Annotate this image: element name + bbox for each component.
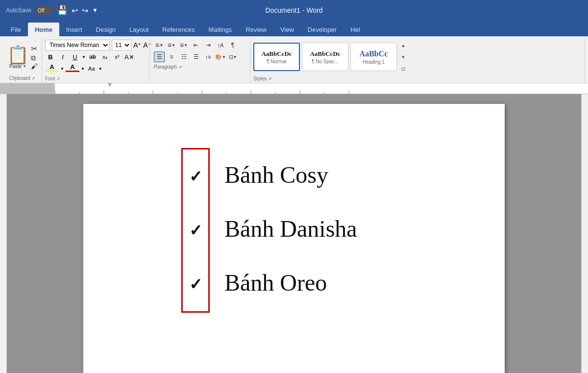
- numbering-button[interactable]: ≡▼: [166, 40, 177, 50]
- strikethrough-button[interactable]: ab: [87, 51, 98, 62]
- increase-indent-button[interactable]: ⇥: [203, 40, 214, 50]
- document-title: Document1 - Word: [265, 6, 322, 14]
- aa-button[interactable]: Aa: [86, 63, 97, 74]
- tab-home[interactable]: Home: [28, 23, 59, 36]
- ruler: [0, 83, 588, 94]
- title-bar: AutoSave Off 💾 ↩ ↪ ▼ Document1 - Word: [0, 0, 588, 21]
- clipboard-group: 📋 Paste▼ ✂ ⧉ 🖌 Clipboard ↗: [3, 38, 42, 83]
- style-nospace[interactable]: AaBbCcDc ¶ No Spac...: [302, 43, 348, 71]
- italic-button[interactable]: I: [57, 51, 68, 62]
- bullets-button[interactable]: ≡▼: [154, 40, 165, 50]
- para-row2: ☰ ≡ ☷ ☰ ↕≡ 🎨▼ ⊡▼: [154, 51, 246, 62]
- checkbox-cell-1[interactable]: ✓: [183, 149, 208, 203]
- item-text-3: Bánh Oreo: [217, 271, 327, 295]
- show-marks-button[interactable]: ¶: [227, 40, 238, 50]
- ruler-main: [55, 83, 588, 94]
- font-expand-icon[interactable]: ↗: [56, 76, 60, 81]
- tab-layout[interactable]: Layout: [122, 23, 155, 36]
- item-text-2: Bánh Danisha: [217, 217, 357, 241]
- autosave-toggle[interactable]: Off: [35, 6, 53, 15]
- styles-items: AaBbCcDc ¶ Normal AaBbCcDc ¶ No Spac... …: [253, 40, 582, 74]
- copy-button[interactable]: ⧉: [31, 54, 38, 61]
- title-bar-left: AutoSave Off 💾 ↩ ↪ ▼: [6, 5, 98, 16]
- checkbox-cell-3[interactable]: ✓: [183, 257, 208, 311]
- tab-file[interactable]: File: [4, 23, 28, 36]
- bold-button[interactable]: B: [45, 51, 56, 62]
- fontcolor-dropdown[interactable]: ▼: [81, 67, 85, 71]
- font-row1: Times New Roman 11 A⁺ A⁻: [45, 40, 147, 50]
- toggle-off-label: Off: [38, 8, 44, 13]
- items-column: Bánh Cosy Bánh Danisha Bánh Oreo: [210, 148, 357, 313]
- text-highlight-button[interactable]: A: [45, 63, 59, 74]
- align-right-button[interactable]: ☷: [178, 51, 189, 62]
- style-nospace-preview: AaBbCcDc: [310, 50, 340, 58]
- line-spacing-button[interactable]: ↕≡: [203, 51, 214, 62]
- font-row2: B I U ▼ ab x₂ x² A✕: [45, 51, 147, 62]
- tab-references[interactable]: References: [155, 23, 201, 36]
- styles-expand-icon[interactable]: ↗: [268, 76, 272, 81]
- checkmark-3: ✓: [189, 275, 202, 294]
- para-row1: ≡▼ ≡▼ ≡▼ ⇤ ⇥ ↕A ¶: [154, 40, 246, 50]
- clear-format-button[interactable]: A✕: [124, 51, 135, 62]
- main-content: ✓ ✓ ✓ Bánh Cosy Bá: [0, 94, 588, 373]
- clipboard-content: 📋 Paste▼ ✂ ⧉ 🖌: [7, 40, 38, 75]
- style-normal-label: ¶ Normal: [267, 59, 286, 64]
- document-area: ✓ ✓ ✓ Bánh Cosy Bá: [7, 94, 581, 373]
- right-scroll-bar: [581, 94, 588, 373]
- tab-help[interactable]: Hel: [343, 23, 367, 36]
- font-name-select[interactable]: Times New Roman: [45, 40, 110, 50]
- checkmark-1: ✓: [189, 167, 202, 186]
- style-nospace-label: ¶ No Spac...: [312, 59, 339, 64]
- paste-button[interactable]: 📋 Paste▼: [7, 46, 29, 69]
- autosave-label: AutoSave: [6, 7, 31, 14]
- save-icon[interactable]: 💾: [57, 5, 68, 16]
- redo-icon[interactable]: ↪: [82, 6, 88, 15]
- aa-dropdown[interactable]: ▼: [98, 67, 102, 71]
- para-expand-icon[interactable]: ↗: [178, 65, 182, 70]
- ruler-ticks: [55, 83, 588, 94]
- styles-label: Styles ↗: [253, 76, 582, 81]
- font-color-button[interactable]: A: [66, 63, 79, 74]
- format-painter-button[interactable]: 🖌: [31, 63, 38, 70]
- style-heading1-preview: AaBbCc: [360, 50, 388, 58]
- decrease-indent-button[interactable]: ⇤: [191, 40, 201, 50]
- document-page: ✓ ✓ ✓ Bánh Cosy Bá: [83, 104, 505, 373]
- list-item-1: Bánh Cosy: [210, 148, 357, 202]
- quick-access-icon[interactable]: ▼: [92, 7, 98, 14]
- style-heading1[interactable]: AaBbCc Heading 1: [350, 43, 397, 71]
- align-left-button[interactable]: ☰: [154, 51, 165, 62]
- highlight-dropdown[interactable]: ▼: [60, 67, 64, 71]
- font-group: Times New Roman 11 A⁺ A⁻ B I U ▼ ab x₂ x…: [42, 38, 150, 83]
- font-grow-button[interactable]: A⁺: [133, 41, 141, 49]
- tab-view[interactable]: View: [273, 23, 301, 36]
- tab-design[interactable]: Design: [89, 23, 122, 36]
- multilevel-button[interactable]: ≡▼: [178, 40, 189, 50]
- tab-mailings[interactable]: Mailings: [202, 23, 239, 36]
- svg-marker-14: [108, 83, 112, 86]
- subscript-button[interactable]: x₂: [99, 51, 110, 62]
- sort-button[interactable]: ↕A: [215, 40, 226, 50]
- font-group-label: Font ↗: [45, 76, 147, 81]
- undo-icon[interactable]: ↩: [72, 6, 78, 15]
- borders-button[interactable]: ⊡▼: [227, 51, 238, 62]
- justify-button[interactable]: ☰: [191, 51, 201, 62]
- superscript-button[interactable]: x²: [112, 51, 122, 62]
- underline-dropdown[interactable]: ▼: [82, 55, 86, 59]
- font-row3: A ▼ A ▼ Aa ▼: [45, 63, 147, 74]
- styles-expand[interactable]: ⊡: [399, 63, 408, 74]
- tab-developer[interactable]: Developer: [301, 23, 343, 36]
- list-item-2: Bánh Danisha: [210, 202, 357, 256]
- styles-scroll-up[interactable]: ▲: [399, 40, 408, 50]
- clipboard-expand-icon[interactable]: ↗: [31, 76, 35, 81]
- tab-insert[interactable]: Insert: [59, 23, 89, 36]
- paragraph-group: ≡▼ ≡▼ ≡▼ ⇤ ⇥ ↕A ¶ ☰ ≡ ☷ ☰ ↕≡ 🎨▼ ⊡▼: [150, 38, 250, 83]
- cut-button[interactable]: ✂: [31, 45, 38, 53]
- underline-button[interactable]: U: [70, 51, 80, 62]
- tab-review[interactable]: Review: [239, 23, 273, 36]
- style-normal[interactable]: AaBbCcDc ¶ Normal: [253, 43, 300, 71]
- font-size-select[interactable]: 11: [112, 40, 131, 50]
- checkbox-cell-2[interactable]: ✓: [183, 203, 208, 257]
- shading-button[interactable]: 🎨▼: [215, 51, 226, 62]
- align-center-button[interactable]: ≡: [166, 51, 177, 62]
- styles-scroll-down[interactable]: ▼: [399, 51, 408, 62]
